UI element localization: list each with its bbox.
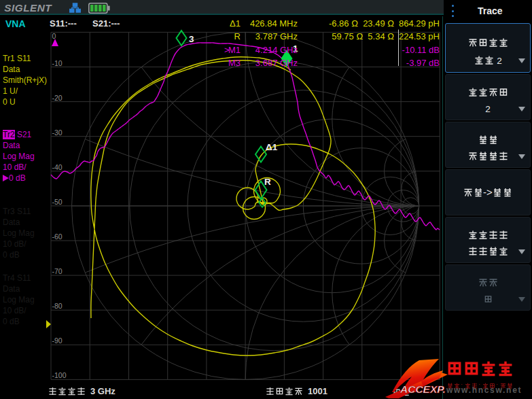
- svg-text:ACCEXP.: ACCEXP.: [400, 383, 446, 395]
